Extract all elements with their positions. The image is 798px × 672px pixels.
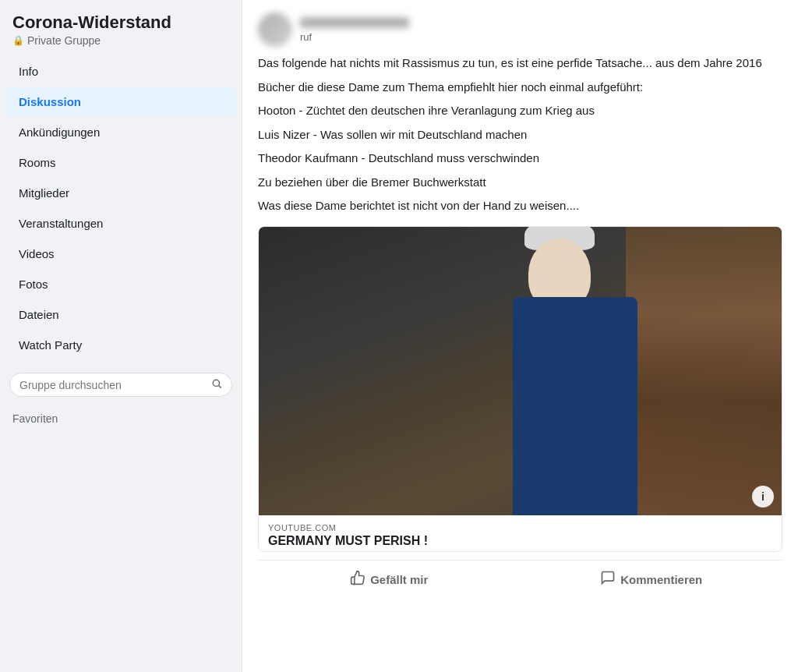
- search-input[interactable]: [19, 379, 205, 391]
- post-meta: ruf: [300, 31, 409, 43]
- comment-icon: [600, 570, 616, 589]
- body-decoration: [513, 297, 637, 515]
- favorites-label: Favoriten: [0, 403, 242, 428]
- search-box[interactable]: [9, 373, 232, 397]
- avatar: [258, 12, 292, 47]
- sidebar-item-watch-party[interactable]: Watch Party: [6, 331, 235, 359]
- post-text: Das folgende hat nichts mit Rassismus zu…: [258, 55, 782, 215]
- search-icon: [211, 378, 222, 391]
- video-source: YOUTUBE.COM: [268, 523, 772, 532]
- post-text-line5: Theodor Kaufmann - Deutschland muss vers…: [258, 150, 782, 168]
- group-type-label: Private Gruppe: [27, 34, 101, 47]
- video-meta: YOUTUBE.COM GERMANY MUST PERISH !: [259, 515, 782, 551]
- group-subtitle: 🔒 Private Gruppe: [0, 34, 242, 56]
- post-text-line7: Was diese Dame berichtet ist nicht von d…: [258, 197, 782, 215]
- video-card: i YOUTUBE.COM GERMANY MUST PERISH !: [258, 226, 782, 552]
- group-title: Corona-Widerstand: [0, 12, 242, 34]
- sidebar-item-diskussion[interactable]: Diskussion: [6, 87, 235, 116]
- video-thumbnail[interactable]: i: [259, 227, 782, 515]
- sidebar-item-videos[interactable]: Videos: [6, 239, 235, 268]
- post-text-line4: Luis Nizer - Was sollen wir mit Deutschl…: [258, 126, 782, 144]
- like-icon: [350, 570, 365, 589]
- post-text-line2: Bücher die diese Dame zum Thema empfiehl…: [258, 79, 782, 97]
- post-header: ruf: [258, 12, 782, 47]
- sidebar-item-fotos[interactable]: Fotos: [6, 270, 235, 299]
- nav-list: InfoDiskussionAnkündigungenRoomsMitglied…: [0, 56, 242, 360]
- post-text-line3: Hooton - Züchtet den deutschen ihre Vera…: [258, 102, 782, 120]
- post-text-line1: Das folgende hat nichts mit Rassismus zu…: [258, 55, 782, 73]
- sidebar-item-ankuendigungen[interactable]: Ankündigungen: [6, 118, 235, 147]
- sidebar-item-info[interactable]: Info: [6, 57, 235, 86]
- sidebar-item-veranstaltungen[interactable]: Veranstaltungen: [6, 209, 235, 238]
- post-text-line6: Zu beziehen über die Bremer Buchwerkstat…: [258, 174, 782, 192]
- post-author-info: ruf: [300, 17, 409, 43]
- sidebar-item-rooms[interactable]: Rooms: [6, 148, 235, 177]
- svg-point-0: [213, 380, 219, 386]
- main-content: ruf Das folgende hat nichts mit Rassismu…: [242, 0, 798, 672]
- sidebar-item-mitglieder[interactable]: Mitglieder: [6, 179, 235, 207]
- figure-decoration: [474, 250, 708, 515]
- comment-label: Kommentieren: [620, 573, 702, 586]
- video-info-badge[interactable]: i: [752, 486, 774, 508]
- like-button[interactable]: Gefällt mir: [258, 564, 521, 596]
- video-title: GERMANY MUST PERISH !: [268, 534, 772, 548]
- lock-icon: 🔒: [12, 35, 24, 46]
- author-name-blurred: [300, 17, 409, 28]
- reactions-bar: Gefällt mir Kommentieren: [258, 560, 782, 596]
- comment-button[interactable]: Kommentieren: [521, 564, 783, 596]
- like-label: Gefällt mir: [370, 573, 428, 586]
- sidebar: Corona-Widerstand 🔒 Private Gruppe InfoD…: [0, 0, 242, 672]
- sidebar-item-dateien[interactable]: Dateien: [6, 300, 235, 329]
- post-container: ruf Das folgende hat nichts mit Rassismu…: [242, 0, 798, 596]
- svg-line-1: [219, 386, 221, 388]
